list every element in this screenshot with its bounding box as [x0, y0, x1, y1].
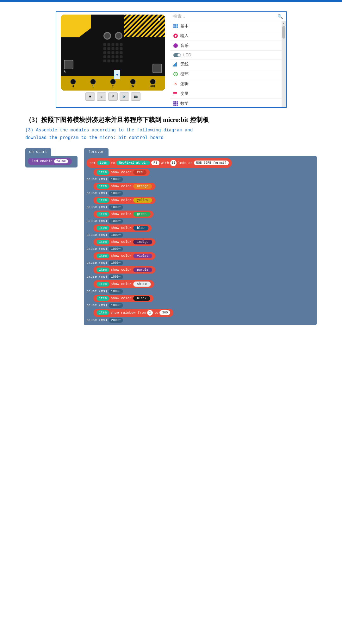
menu-item-basic[interactable]: 基本 — [170, 21, 282, 31]
neopixel-pill: NeoPixel at pin — [116, 161, 150, 165]
show-color-violet-row: item show color violet — [86, 252, 314, 260]
english-subtitle: (3) Assemble the modules according to th… — [25, 127, 317, 142]
menu-item-logic[interactable]: ✕ 逻辑 — [170, 79, 282, 89]
menu-label-music: 音乐 — [180, 43, 189, 48]
on-start-body: led enable false — [25, 156, 78, 167]
basic-icon — [173, 24, 178, 28]
show-rainbow-block: item show rainbow from 1 to 360 — [93, 309, 173, 317]
show-color-purple-block: item show color purple — [93, 266, 155, 274]
menu-label-loop: 循环 — [180, 71, 189, 77]
show-color-violet-block: item show color violet — [93, 252, 155, 260]
menu-label-variable: 变量 — [180, 91, 189, 97]
input-icon — [173, 34, 178, 38]
eye-right — [115, 32, 122, 40]
forever-block: forever set item to NeoPixel at pin P3 w… — [84, 148, 317, 325]
pause-row-9: pause (ms) 1000 ▼ — [86, 289, 314, 294]
show-color-white-row: item show color white — [86, 280, 314, 288]
pause-row-11: pause (ms) 2000 ▼ — [86, 318, 314, 323]
show-rainbow-row: item show rainbow from 1 to 360 — [86, 309, 314, 317]
menu-item-music[interactable]: ♫ 音乐 — [170, 41, 282, 51]
show-color-red-block: item show color red — [93, 169, 150, 176]
button-a[interactable] — [64, 60, 73, 69]
menu-label-math: 数学 — [180, 101, 189, 106]
red-color-pill: red — [133, 170, 146, 175]
menu-label-logic: 逻辑 — [180, 81, 189, 87]
search-row: 搜索... 🔍 — [170, 12, 286, 21]
code-blocks-section: on start led enable false forever set it… — [13, 147, 329, 335]
label-b: B — [158, 18, 160, 22]
pin-3v: 3V — [130, 79, 136, 88]
main-content: B A — [0, 2, 342, 341]
on-start-block: on start led enable false — [25, 148, 78, 167]
forever-body: set item to NeoPixel at pin P3 with 32 l… — [84, 156, 317, 325]
menu-item-wireless[interactable]: 无线 — [170, 60, 282, 69]
pause-pill-1: 1000 ▼ — [109, 177, 123, 182]
ctrl-screenshot[interactable]: 📷 — [131, 92, 140, 101]
show-color-red-row: item show color red — [86, 169, 314, 176]
rgb-pill: RGB (GRB format) — [194, 161, 229, 165]
show-color-indigo-block: item show color indigo — [93, 238, 155, 246]
show-color-orange-block: item show color orange — [93, 183, 155, 190]
ctrl-sound[interactable]: 🔊 — [120, 92, 129, 101]
scrollbar[interactable]: ▲ — [282, 21, 286, 107]
microbit-device: B A — [61, 15, 165, 91]
pause-row-1: pause (ms) 1000 ▼ — [86, 177, 314, 182]
pause-row-8: pause (ms) 1000 ▼ — [86, 275, 314, 279]
show-color-blue-block: item show color blue — [93, 224, 152, 232]
show-color-orange-row: item show color orange — [86, 183, 314, 190]
yellow-corner — [61, 15, 91, 37]
button-a-block: A — [64, 60, 73, 73]
menu-label-input: 输入 — [180, 33, 189, 39]
menu-items-container: 基本 输入 ♫ 音乐 — [170, 21, 282, 107]
blocks-menu-list: 基本 输入 ♫ 音乐 — [170, 21, 286, 107]
show-color-blue-row: item show color blue — [86, 224, 314, 232]
music-icon: ♫ — [173, 43, 178, 48]
pins-bar: 0 1 2 3V — [61, 76, 165, 91]
set-item-row: set item to NeoPixel at pin P3 with 32 l… — [86, 158, 314, 168]
show-color-indigo-row: item show color indigo — [86, 238, 314, 246]
pause-row-4: pause (ms) 1000 ▼ — [86, 219, 314, 224]
false-badge: false — [54, 159, 68, 163]
menu-item-math[interactable]: 数学 — [170, 99, 282, 107]
on-start-header: on start — [25, 148, 51, 156]
pause-row-3: pause (ms) 1000 ▼ — [86, 205, 314, 210]
rainbow-from-pill: 1 — [147, 310, 153, 316]
menu-label-basic: 基本 — [180, 23, 189, 29]
led-grid — [103, 43, 123, 62]
show-color-yellow-block: item show color yellow — [93, 197, 155, 204]
rainbow-to-pill: 360 — [159, 310, 170, 315]
button-b[interactable] — [152, 64, 162, 73]
item-pill-red: item — [96, 170, 109, 175]
pause-row-6: pause (ms) 1000 ▼ — [86, 247, 314, 251]
ctrl-refresh[interactable]: ↺ — [97, 92, 106, 101]
ide-top-section: B A — [56, 12, 286, 107]
scroll-up-arrow[interactable]: ▲ — [282, 21, 286, 25]
led-icon — [173, 53, 181, 57]
logic-icon: ✕ — [173, 82, 178, 86]
show-color-green-block: item show color green — [93, 211, 153, 218]
ctrl-mic[interactable]: 🎙 — [108, 92, 118, 101]
menu-label-wireless: 无线 — [180, 61, 189, 67]
forever-header: forever — [84, 148, 109, 156]
ctrl-stop[interactable]: ■ — [85, 92, 95, 101]
scrollbar-thumb[interactable] — [282, 26, 285, 39]
loop-icon: ↻ — [173, 72, 178, 76]
led-enable-block: led enable false — [28, 158, 72, 165]
pause-row-2: pause (ms) 1000 ▼ — [86, 191, 314, 196]
pause-row-10: pause (ms) 1000 ▼ — [86, 303, 314, 308]
search-icon: 🔍 — [277, 14, 283, 19]
english-line1: (3) Assemble the modules according to th… — [25, 127, 317, 134]
menu-item-loop[interactable]: ↻ 循环 — [170, 69, 282, 79]
label-a: A — [64, 70, 73, 73]
pause-row-5: pause (ms) 1000 ▼ — [86, 233, 314, 237]
text-section: （3）按照下图将模块拼凑起来并且将程序下载到 micro:bit 控制板 (3)… — [13, 112, 329, 147]
menu-item-variable[interactable]: 变量 — [170, 89, 282, 99]
menu-label-led: LED — [183, 53, 191, 57]
button-b-block — [152, 64, 162, 73]
chinese-title: （3）按照下图将模块拼凑起来并且将程序下载到 micro:bit 控制板 — [25, 116, 317, 124]
menu-item-input[interactable]: 输入 — [170, 31, 282, 41]
show-color-purple-row: item show color purple — [86, 266, 314, 274]
pin-2: 2 — [110, 79, 116, 88]
menu-item-led[interactable]: LED — [170, 51, 282, 60]
search-placeholder: 搜索... — [173, 14, 276, 19]
